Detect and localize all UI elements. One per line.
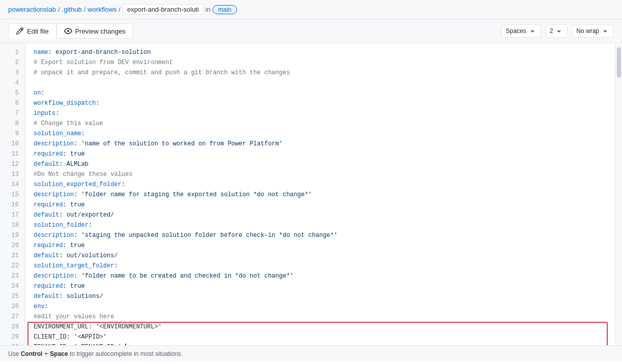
spaces-label: Spaces — [506, 27, 526, 35]
breadcrumb-sep2: / — [84, 6, 86, 13]
line-numbers: 1234567891011121314151617181920212223242… — [0, 43, 25, 345]
scrollbar[interactable] — [615, 43, 622, 345]
edit-file-tab[interactable]: Edit file — [8, 23, 56, 39]
spaces-control[interactable]: Spaces — [501, 24, 541, 38]
code-line[interactable]: workflow_dispatch: — [34, 98, 607, 108]
code-area[interactable]: name: export-and-branch-solution# Export… — [25, 43, 615, 345]
code-line[interactable]: required: true — [34, 200, 607, 210]
preview-label: Preview changes — [75, 27, 126, 35]
wrap-label: No wrap — [576, 27, 599, 35]
indent-value: 2 — [550, 27, 553, 35]
code-line[interactable]: description: 'name of the solution to wo… — [34, 139, 607, 149]
code-line[interactable] — [34, 78, 607, 88]
breadcrumb-in: in — [205, 6, 211, 13]
toolbar-controls: Spaces 2 No wrap — [501, 24, 614, 38]
chevron-down-icon3 — [601, 27, 609, 35]
code-line[interactable]: # Change this value — [34, 118, 607, 129]
code-line[interactable]: ENVIRONMENT_URL: '<ENVIRONMENTURL>' — [34, 322, 607, 332]
code-line[interactable]: # Export solution from DEV environment — [34, 57, 607, 68]
chevron-down-icon — [528, 27, 537, 35]
branch-badge[interactable]: main — [213, 5, 237, 14]
code-line[interactable]: required: true — [34, 240, 607, 251]
status-text: Use Control+Space to trigger autocomplet… — [8, 350, 183, 357]
wrap-control[interactable]: No wrap — [572, 24, 614, 38]
code-line[interactable]: solution_exported_folder: — [34, 179, 607, 190]
code-line[interactable]: description: 'folder name to be created … — [34, 271, 607, 281]
breadcrumb-repo[interactable]: .github — [62, 6, 82, 13]
code-line[interactable]: env: — [34, 301, 607, 312]
scrollbar-thumb — [617, 47, 621, 78]
eye-icon — [64, 27, 72, 35]
code-line[interactable]: CLIENT_ID: '<APPID>' — [34, 332, 607, 342]
code-line[interactable]: solution_target_folder: — [34, 261, 607, 271]
code-line[interactable]: description: 'folder name for staging th… — [34, 190, 607, 200]
editor-container: 1234567891011121314151617181920212223242… — [0, 43, 622, 345]
code-line[interactable]: inputs: — [34, 108, 607, 118]
edit-file-label: Edit file — [27, 27, 49, 35]
code-line[interactable]: default: solutions/ — [34, 291, 607, 301]
code-line[interactable]: solution_folder: — [34, 220, 607, 230]
code-line[interactable]: default: out/exported/ — [34, 210, 607, 220]
chevron-down-icon2 — [555, 27, 563, 35]
code-line[interactable]: default: ALMLab — [34, 159, 607, 169]
edit-icon — [16, 27, 24, 35]
code-line[interactable]: required: true — [34, 149, 607, 159]
indent-control[interactable]: 2 — [545, 24, 568, 38]
preview-changes-tab[interactable]: Preview changes — [56, 23, 133, 39]
editor-toolbar: Edit file Preview changes Spaces 2 No wr… — [0, 19, 622, 43]
code-line[interactable]: # unpack it and prepare, commit and push… — [34, 68, 607, 78]
code-line[interactable]: required: true — [34, 281, 607, 291]
breadcrumb-org[interactable]: poweractionslab — [8, 6, 56, 13]
code-line[interactable]: solution_name: — [34, 129, 607, 139]
breadcrumb-folder[interactable]: workflows — [87, 6, 116, 13]
code-line[interactable]: #edit your values here — [34, 312, 607, 322]
code-line[interactable]: description: 'staging the unpacked solut… — [34, 230, 607, 240]
breadcrumb-file: export-and-branch-soluti — [123, 4, 203, 15]
breadcrumb-sep1: / — [58, 6, 60, 13]
status-bar: Use Control+Space to trigger autocomplet… — [0, 345, 622, 361]
code-line[interactable]: #Do Not change these values — [34, 169, 607, 179]
code-line[interactable]: name: export-and-branch-solution — [34, 47, 607, 57]
code-line[interactable]: TENANT_ID: '<TENANT ID>' — [34, 342, 607, 345]
code-line[interactable]: on: — [34, 88, 607, 98]
code-line[interactable]: default: out/solutions/ — [34, 251, 607, 261]
breadcrumb: poweractionslab / .github / workflows / … — [0, 0, 622, 19]
breadcrumb-sep3: / — [119, 6, 121, 13]
